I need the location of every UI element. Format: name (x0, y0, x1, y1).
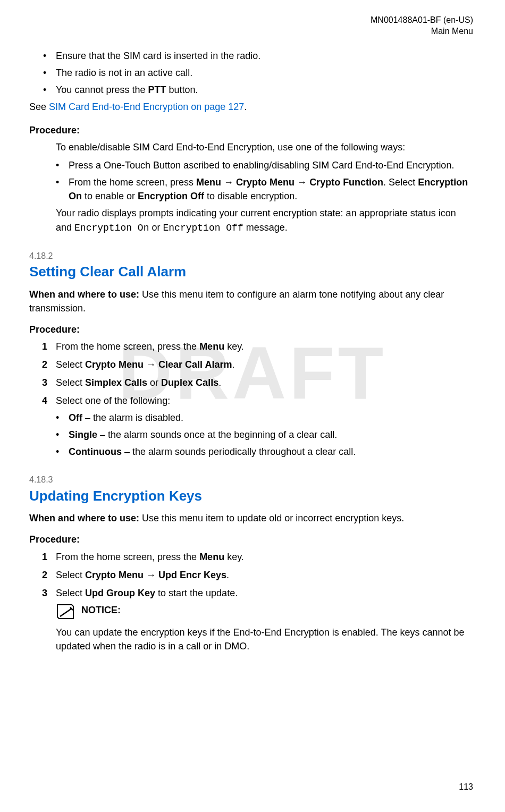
text-bold: Encryption Off (138, 191, 204, 201)
when-where: When and where to use: Use this menu ite… (29, 511, 473, 525)
text: . Select (383, 177, 418, 188)
section-number: 4.18.3 (29, 473, 473, 486)
procedure-intro: To enable/disable SIM Card End-to-End En… (56, 140, 473, 154)
page-header: MN001488A01-BF (en-US) Main Menu (29, 15, 473, 37)
list-item: Press a One-Touch Button ascribed to ena… (56, 158, 473, 172)
text-bold: Off (69, 412, 82, 423)
procedure-heading: Procedure: (29, 123, 473, 137)
step-number: 4 (42, 394, 47, 408)
text: to disable encryption. (204, 191, 297, 201)
step-number: 2 (42, 568, 47, 582)
text-bold: Crypto Menu (85, 570, 144, 580)
list-item: Continuous – the alarm sounds periodical… (56, 445, 473, 459)
doc-id: MN001488A01-BF (en-US) (29, 15, 473, 26)
text-bold: Simplex Calls (85, 377, 147, 388)
notice-box: NOTICE: (56, 603, 473, 620)
text: – the alarm is disabled. (82, 412, 183, 423)
text: → (144, 359, 158, 370)
text-bold: Continuous (69, 446, 122, 457)
cross-reference-link[interactable]: SIM Card End-to-End Encryption on page 1… (49, 102, 244, 112)
text: You cannot press the (56, 84, 148, 95)
notice-label: NOTICE: (81, 603, 121, 617)
step-number: 1 (42, 550, 47, 564)
text: . (226, 570, 229, 580)
text: Use this menu item to update old or inco… (142, 513, 404, 523)
text: key. (224, 552, 244, 562)
svg-line-0 (60, 608, 72, 616)
text: . (244, 102, 247, 112)
step: 2 Select Crypto Menu → Upd Encr Keys. (56, 568, 473, 582)
step-number: 3 (42, 586, 47, 600)
page-content: MN001488A01-BF (en-US) Main Menu Ensure … (29, 15, 473, 653)
step-number: 1 (42, 340, 47, 353)
list-item: You cannot press the PTT button. (43, 83, 473, 97)
text-bold: Crypto Menu (85, 359, 144, 370)
list-item: Off – the alarm is disabled. (56, 411, 473, 425)
text: Select (56, 570, 85, 580)
when-where: When and where to use: Use this menu ite… (29, 287, 473, 315)
list-item: The radio is not in an active call. (43, 66, 473, 80)
text: or (147, 377, 161, 388)
step-number: 3 (42, 376, 47, 390)
text: From the home screen, press (69, 177, 196, 188)
text-bold: Single (69, 429, 97, 440)
text: → (221, 177, 236, 188)
text: See (29, 102, 49, 112)
text-bold: Upd Group Key (85, 588, 155, 598)
see-reference: See SIM Card End-to-End Encryption on pa… (29, 100, 473, 114)
text-bold: Menu (196, 177, 221, 188)
text-bold: Crypto Function (309, 177, 383, 188)
step: 2 Select Crypto Menu → Clear Call Alarm. (56, 358, 473, 371)
page-number: 113 (459, 781, 473, 793)
text: From the home screen, press the (56, 341, 199, 352)
procedure-heading: Procedure: (29, 323, 473, 336)
text: Select one of the following: (56, 395, 170, 406)
step: 1 From the home screen, press the Menu k… (56, 550, 473, 564)
section-title: Setting Clear Call Alarm (29, 262, 473, 282)
step: 3 Select Simplex Calls or Duplex Calls. (56, 376, 473, 390)
text-bold: Upd Encr Keys (158, 570, 226, 580)
procedure-result: Your radio displays prompts indicating y… (56, 206, 473, 234)
notice-icon (56, 603, 75, 620)
text-bold: Duplex Calls (161, 377, 218, 388)
text-mono: Encryption On (74, 223, 149, 233)
step: 4 Select one of the following: Off – the… (56, 394, 473, 459)
notice-body: You can update the encryption keys if th… (56, 625, 473, 653)
procedure-steps: 1 From the home screen, press the Menu k… (29, 550, 473, 653)
text-bold: Crypto Menu (236, 177, 294, 188)
intro-bullet-list: Ensure that the SIM card is inserted in … (29, 49, 473, 97)
text-bold: Clear Call Alarm (158, 359, 232, 370)
procedure-body: To enable/disable SIM Card End-to-End En… (29, 140, 473, 235)
chapter-name: Main Menu (29, 26, 473, 37)
text: → (294, 177, 309, 188)
text-bold: Menu (199, 341, 224, 352)
list-item: Single – the alarm sounds once at the be… (56, 428, 473, 442)
text-mono: Encryption Off (163, 223, 243, 233)
step: 1 From the home screen, press the Menu k… (56, 340, 473, 353)
list-item: Ensure that the SIM card is inserted in … (43, 49, 473, 63)
text-bold: Menu (199, 552, 224, 562)
text: key. (224, 341, 244, 352)
text: Select (56, 377, 85, 388)
text: to start the update. (155, 588, 238, 598)
text: Select (56, 359, 85, 370)
text: → (144, 570, 158, 580)
text: button. (166, 84, 198, 95)
step-options: Off – the alarm is disabled. Single – th… (56, 411, 473, 459)
procedure-options: Press a One-Touch Button ascribed to ena… (56, 158, 473, 203)
label: When and where to use: (29, 513, 142, 523)
text: to enable or (82, 191, 138, 201)
text: or (149, 222, 163, 233)
step: 3 Select Upd Group Key to start the upda… (56, 586, 473, 653)
text: . (218, 377, 221, 388)
text-bold: PTT (148, 84, 166, 95)
section-number: 4.18.2 (29, 250, 473, 262)
text: From the home screen, press the (56, 552, 199, 562)
text: – the alarm sounds periodically througho… (122, 446, 356, 457)
list-item: From the home screen, press Menu → Crypt… (56, 175, 473, 203)
text: message. (243, 222, 288, 233)
text: – the alarm sounds once at the beginning… (97, 429, 337, 440)
step-number: 2 (42, 358, 47, 371)
label: When and where to use: (29, 289, 142, 300)
procedure-steps: 1 From the home screen, press the Menu k… (29, 340, 473, 459)
